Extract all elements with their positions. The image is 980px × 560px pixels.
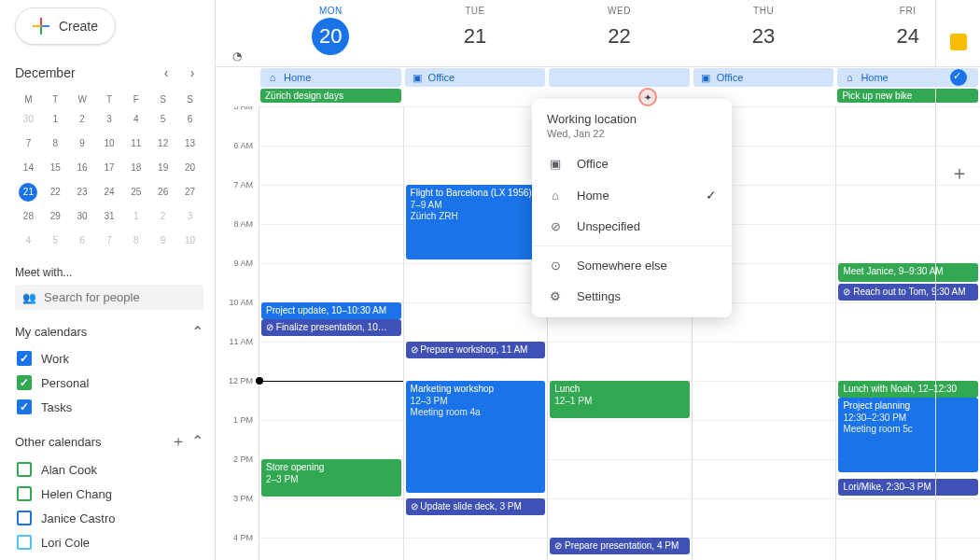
popover-subtitle: Wed, Jan 22 bbox=[547, 128, 717, 139]
prev-month-button[interactable]: ‹ bbox=[155, 62, 177, 84]
mini-day[interactable]: 2 bbox=[149, 204, 176, 229]
mini-day[interactable]: 13 bbox=[176, 132, 203, 156]
mini-day[interactable]: 27 bbox=[176, 180, 203, 204]
mini-day[interactable]: 5 bbox=[149, 107, 176, 132]
mini-day[interactable]: 3 bbox=[176, 204, 203, 229]
add-addon-icon[interactable]: ＋ bbox=[950, 161, 967, 186]
mini-day[interactable]: 23 bbox=[69, 180, 96, 204]
location-chip[interactable]: ▣Office bbox=[693, 68, 834, 87]
other-calendars-header[interactable]: Other calendars ＋ ⌃ bbox=[15, 432, 203, 452]
mini-day[interactable]: 21 bbox=[15, 180, 42, 204]
search-input[interactable] bbox=[44, 290, 201, 304]
day-header[interactable]: Tue21 bbox=[403, 0, 548, 66]
calendar-item[interactable]: Tasks bbox=[15, 395, 203, 419]
calendar-event[interactable]: Lunch12–1 PM bbox=[550, 381, 690, 418]
calendar-event[interactable]: Project update, 10–10:30 AM bbox=[261, 302, 401, 319]
checkbox[interactable] bbox=[17, 462, 32, 477]
next-month-button[interactable]: › bbox=[181, 62, 203, 84]
calendar-event[interactable]: ⊘ Prepare presentation, 4 PM bbox=[550, 538, 690, 554]
mini-day[interactable]: 28 bbox=[15, 204, 42, 229]
add-calendar-icon[interactable]: ＋ bbox=[171, 432, 186, 452]
location-chip[interactable]: ▣Office bbox=[405, 68, 546, 87]
mini-dow: S bbox=[149, 91, 176, 107]
calendar-event[interactable]: Store opening2–3 PM bbox=[261, 459, 401, 497]
mini-day[interactable]: 12 bbox=[149, 132, 176, 156]
day-column[interactable]: Flight to Barcelona (LX 1956)7–9 AMZüric… bbox=[403, 106, 548, 560]
mini-day[interactable]: 2 bbox=[69, 107, 96, 132]
calendar-event[interactable]: Flight to Barcelona (LX 1956)7–9 AMZüric… bbox=[406, 185, 546, 259]
mini-day[interactable]: 19 bbox=[149, 156, 176, 180]
my-calendars-header[interactable]: My calendars ⌃ bbox=[15, 323, 203, 341]
mini-day[interactable]: 17 bbox=[96, 156, 123, 180]
mini-day[interactable]: 20 bbox=[176, 156, 203, 180]
mini-day[interactable]: 25 bbox=[122, 180, 149, 204]
popover-option[interactable]: ⊙Somewhere else bbox=[532, 250, 732, 281]
mini-day[interactable]: 1 bbox=[42, 107, 69, 132]
mini-day[interactable]: 8 bbox=[122, 229, 149, 253]
checkbox[interactable] bbox=[17, 351, 32, 366]
mini-day[interactable]: 22 bbox=[42, 180, 69, 204]
calendar-item[interactable]: Personal bbox=[15, 371, 203, 395]
mini-day[interactable]: 7 bbox=[96, 229, 123, 253]
calendar-event[interactable]: ⊘ Prepare workshop, 11 AM bbox=[406, 342, 546, 358]
calendar-item[interactable]: Work bbox=[15, 346, 203, 371]
mini-day[interactable]: 1 bbox=[122, 204, 149, 229]
mini-day[interactable]: 4 bbox=[122, 107, 149, 132]
calendar-item[interactable]: Helen Chang bbox=[15, 482, 203, 506]
mini-day[interactable]: 7 bbox=[15, 132, 42, 156]
mini-day[interactable]: 8 bbox=[42, 132, 69, 156]
calendar-item[interactable]: Lori Cole bbox=[15, 530, 203, 554]
keep-icon[interactable] bbox=[950, 34, 967, 50]
mini-day[interactable]: 18 bbox=[122, 156, 149, 180]
mini-day[interactable]: 10 bbox=[176, 229, 203, 253]
calendar-label: Janice Castro bbox=[41, 511, 115, 525]
mini-day[interactable]: 30 bbox=[15, 107, 42, 132]
mini-day[interactable]: 15 bbox=[42, 156, 69, 180]
allday-event[interactable]: Zürich design days bbox=[260, 89, 401, 103]
location-chip[interactable]: ⌂Home bbox=[260, 68, 401, 87]
calendar-event[interactable]: Marketing workshop12–3 PMMeeting room 4a bbox=[406, 381, 546, 493]
mini-calendar[interactable]: MTWTFSS 30123456789101112131415161718192… bbox=[15, 91, 203, 253]
allday-cell[interactable]: Zürich design days bbox=[259, 88, 403, 106]
tasks-icon[interactable] bbox=[950, 69, 967, 86]
day-column[interactable]: Project update, 10–10:30 AM⊘ Finalize pr… bbox=[259, 106, 403, 560]
location-row: ⌂Home▣Office▣Office⌂Home bbox=[216, 67, 980, 88]
popover-option[interactable]: ▣Office bbox=[532, 148, 732, 179]
mini-day[interactable]: 4 bbox=[15, 229, 42, 253]
checkbox[interactable] bbox=[17, 511, 32, 525]
calendar-item[interactable]: Janice Castro bbox=[15, 506, 203, 530]
day-header[interactable]: Thu23 bbox=[692, 0, 836, 66]
day-header[interactable]: Mon20 bbox=[259, 0, 403, 66]
mini-day[interactable]: 3 bbox=[96, 107, 123, 132]
location-chip[interactable] bbox=[549, 68, 690, 87]
mini-day[interactable]: 6 bbox=[69, 229, 96, 253]
popover-option[interactable]: ⚙Settings bbox=[532, 281, 732, 312]
checkbox[interactable] bbox=[17, 399, 32, 414]
mini-day[interactable]: 31 bbox=[96, 204, 123, 229]
mini-day[interactable]: 30 bbox=[69, 204, 96, 229]
mini-day[interactable]: 9 bbox=[149, 229, 176, 253]
mini-day[interactable]: 14 bbox=[15, 156, 42, 180]
people-search[interactable]: 👥 bbox=[15, 285, 203, 310]
checkbox[interactable] bbox=[17, 486, 32, 501]
mini-day[interactable]: 16 bbox=[69, 156, 96, 180]
time-label: 9 AM bbox=[216, 259, 259, 298]
day-header[interactable]: Wed22 bbox=[547, 0, 692, 66]
calendar-item[interactable]: Alan Cook bbox=[15, 457, 203, 482]
allday-cell[interactable] bbox=[403, 88, 548, 106]
mini-day[interactable]: 6 bbox=[176, 107, 203, 132]
calendar-event[interactable]: ⊘ Finalize presentation, 10… bbox=[261, 319, 401, 336]
calendar-event[interactable]: ⊘ Update slide deck, 3 PM bbox=[406, 498, 546, 515]
mini-day[interactable]: 11 bbox=[122, 132, 149, 156]
checkbox[interactable] bbox=[17, 535, 32, 550]
mini-day[interactable]: 24 bbox=[96, 180, 123, 204]
checkbox[interactable] bbox=[17, 375, 32, 390]
mini-day[interactable]: 10 bbox=[96, 132, 123, 156]
mini-day[interactable]: 29 bbox=[42, 204, 69, 229]
create-button[interactable]: Create bbox=[15, 7, 116, 45]
mini-day[interactable]: 5 bbox=[42, 229, 69, 253]
popover-option[interactable]: ⌂Home✓ bbox=[532, 179, 732, 211]
popover-option[interactable]: ⊘Unspecified bbox=[532, 211, 732, 242]
mini-day[interactable]: 9 bbox=[69, 132, 96, 156]
mini-day[interactable]: 26 bbox=[149, 180, 176, 204]
